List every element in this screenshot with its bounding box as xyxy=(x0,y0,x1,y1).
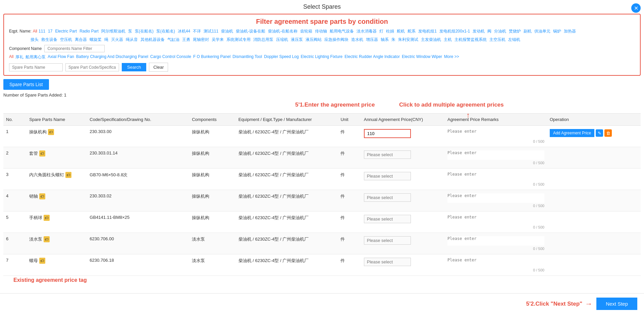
remarks-textarea-0[interactable] xyxy=(447,129,544,138)
eqpt-item-57[interactable]: 主机 xyxy=(444,37,452,43)
eqpt-item-5[interactable]: 泵 xyxy=(128,28,132,35)
search-button[interactable]: Search xyxy=(122,63,146,71)
eqpt-item-28[interactable]: 副机 xyxy=(524,28,532,35)
comp-item-0[interactable]: 厚礼 xyxy=(15,54,23,60)
spare-parts-list-button[interactable]: Spare Parts List xyxy=(3,79,49,90)
eqpt-item-35[interactable]: 离合器 xyxy=(75,37,87,43)
price-input-5[interactable] xyxy=(364,236,411,245)
eqpt-item-2[interactable]: Electric Part xyxy=(55,28,77,35)
price-tag-icon[interactable]: 🏷 xyxy=(65,172,71,178)
price-input-0[interactable] xyxy=(364,129,411,138)
eqpt-item-60[interactable]: 左锚机 xyxy=(508,37,520,43)
comp-item-6[interactable]: Dismantling Tool xyxy=(232,54,262,60)
eqpt-item-53[interactable]: 轴系 xyxy=(381,37,389,43)
eqpt-item-51[interactable]: 造水机 xyxy=(351,37,363,43)
cell-price-5[interactable] xyxy=(361,233,445,254)
cell-remarks-4[interactable]: 0 / 500 xyxy=(445,211,547,233)
comp-item-5[interactable]: F O Bunkering Panel xyxy=(193,54,230,60)
remarks-textarea-1[interactable] xyxy=(447,150,544,160)
eqpt-item-21[interactable]: 舵系 xyxy=(408,28,416,35)
eqpt-item-26[interactable]: 分油机 xyxy=(494,28,506,35)
cell-operation-3[interactable] xyxy=(547,190,641,211)
cell-price-1[interactable] xyxy=(361,147,445,169)
comp-item-9[interactable]: Electric Rudder Angle Indicator xyxy=(344,54,400,60)
comp-item-2[interactable]: Axial Flow Fan xyxy=(48,54,74,60)
price-tag-icon[interactable]: 🏷 xyxy=(39,258,45,264)
component-all-link[interactable]: All xyxy=(9,54,13,60)
eqpt-item-4[interactable]: 阿尔维斯油机 xyxy=(101,28,125,35)
eqpt-item-19[interactable]: 柱娟 xyxy=(386,28,394,35)
eqpt-item-40[interactable]: 其他机器设备 xyxy=(141,37,165,43)
eqpt-item-20[interactable]: 舵机 xyxy=(397,28,405,35)
cell-price-6[interactable] xyxy=(361,254,445,276)
eqpt-item-13[interactable]: 柴油机-在船名称 xyxy=(268,28,298,35)
eqpt-item-38[interactable]: 灭火器 xyxy=(111,37,123,43)
eqpt-item-15[interactable]: 传动轴 xyxy=(315,28,327,35)
eqpt-item-45[interactable]: 系统测试专用 xyxy=(226,37,251,43)
price-tag-icon[interactable]: 🏷 xyxy=(44,215,50,221)
comp-item-1[interactable]: 船用离心泵 xyxy=(25,54,46,60)
eqpt-item-27[interactable]: 焚烧炉 xyxy=(509,28,521,35)
cell-remarks-0[interactable]: 0 / 500 xyxy=(445,126,547,147)
price-input-4[interactable] xyxy=(364,215,411,223)
eqpt-item-1[interactable]: 17 xyxy=(48,28,52,35)
next-step-button[interactable]: Next Step xyxy=(596,298,637,310)
eqpt-item-41[interactable]: 气缸油 xyxy=(167,37,179,43)
cell-operation-6[interactable] xyxy=(547,254,641,276)
delete-icon[interactable]: 🗑 xyxy=(604,129,612,137)
comp-item-10[interactable]: Electric Window Wiper xyxy=(402,54,442,60)
remarks-textarea-4[interactable] xyxy=(447,215,544,224)
add-agreement-price-button[interactable]: Add Agreement Price xyxy=(550,129,594,137)
remarks-textarea-3[interactable] xyxy=(447,193,544,203)
price-tag-icon[interactable]: 🏷 xyxy=(44,236,50,242)
eqpt-item-44[interactable]: 吴学来 xyxy=(212,37,224,43)
eqpt-item-59[interactable]: 主空压机 xyxy=(489,37,505,43)
eqpt-item-11[interactable]: 柴油机 xyxy=(221,28,233,35)
eqpt-item-9[interactable]: 不详 xyxy=(193,28,201,35)
eqpt-item-8[interactable]: 冰机44 xyxy=(178,28,190,35)
price-tag-icon[interactable]: 🏷 xyxy=(39,193,45,199)
eqpt-all-link[interactable]: All xyxy=(33,28,37,35)
remarks-textarea-2[interactable] xyxy=(447,172,544,181)
eqpt-item-34[interactable]: 空压机 xyxy=(60,37,72,43)
price-input-3[interactable] xyxy=(364,193,411,202)
eqpt-item-39[interactable]: 绳从音 xyxy=(126,37,138,43)
eqpt-item-42[interactable]: 王勇 xyxy=(182,37,190,43)
eqpt-item-30[interactable]: 锅炉 xyxy=(553,28,561,35)
eqpt-item-16[interactable]: 船用电气设备 xyxy=(330,28,354,35)
price-tag-icon[interactable]: 🏷 xyxy=(48,129,54,135)
eqpt-item-18[interactable]: 灯 xyxy=(379,28,383,35)
cell-price-4[interactable] xyxy=(361,211,445,233)
eqpt-item-56[interactable]: 主发柴油机 xyxy=(421,37,441,43)
comp-item-7[interactable]: Doppler Speed Log xyxy=(264,54,299,60)
cell-remarks-5[interactable]: 0 / 500 xyxy=(445,233,547,254)
eqpt-item-47[interactable]: 压缩机 xyxy=(276,37,288,43)
eqpt-item-55[interactable]: 朱利安测试 xyxy=(398,37,418,43)
eqpt-item-37[interactable]: 绳 xyxy=(104,37,108,43)
cell-operation-5[interactable] xyxy=(547,233,641,254)
eqpt-item-3[interactable]: Radio Part xyxy=(79,28,99,35)
eqpt-item-36[interactable]: 螺旋桨 xyxy=(90,37,102,43)
eqpt-item-22[interactable]: 发电机组1 xyxy=(418,28,437,35)
cell-operation-2[interactable] xyxy=(547,169,641,190)
cell-remarks-6[interactable]: 0 / 500 xyxy=(445,254,547,276)
price-tag-icon[interactable]: 🏷 xyxy=(39,150,45,156)
eqpt-item-33[interactable]: 救生设备 xyxy=(41,37,57,43)
edit-icon[interactable]: ✎ xyxy=(596,129,603,137)
cell-remarks-2[interactable]: 0 / 500 xyxy=(445,169,547,190)
eqpt-item-58[interactable]: 主机报警监视系统 xyxy=(454,37,487,43)
eqpt-item-24[interactable]: 发动机 xyxy=(473,28,485,35)
eqpt-item-49[interactable]: 液压阀站 xyxy=(306,37,322,43)
price-input-2[interactable] xyxy=(364,172,411,180)
cell-remarks-1[interactable]: 0 / 500 xyxy=(445,147,547,169)
eqpt-item-6[interactable]: 泵(在船名) xyxy=(135,28,154,35)
eqpt-item-25[interactable]: 阀 xyxy=(487,28,491,35)
comp-item-3[interactable]: Battery Charging And Discharging Panel xyxy=(76,54,148,60)
eqpt-item-17[interactable]: 淡水消毒器 xyxy=(357,28,377,35)
cell-operation-4[interactable] xyxy=(547,211,641,233)
eqpt-item-23[interactable]: 发电机组200x1-1 xyxy=(439,28,470,35)
component-input[interactable] xyxy=(44,45,105,52)
price-input-1[interactable] xyxy=(364,150,411,159)
eqpt-item-10[interactable]: 测试111 xyxy=(204,28,218,35)
comp-item-more[interactable]: More >> xyxy=(444,54,459,60)
